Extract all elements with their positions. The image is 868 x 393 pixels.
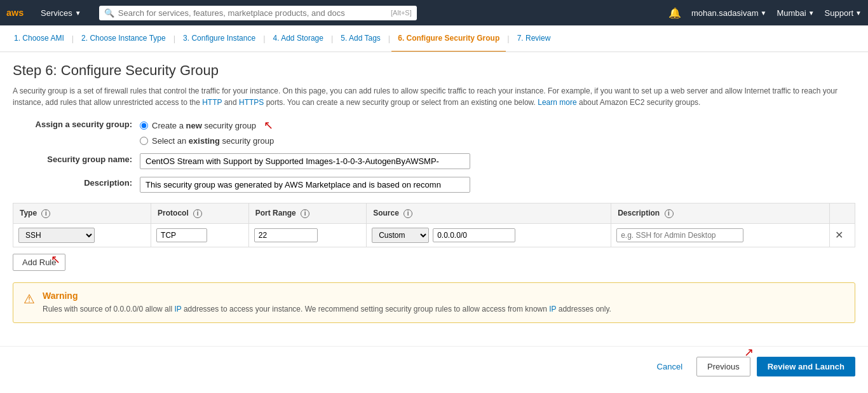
rule-source-cell: Custom Anywhere My IP (367, 224, 611, 247)
search-shortcut: [Alt+S] (391, 9, 412, 17)
services-chevron-icon: ▼ (75, 10, 81, 17)
search-input[interactable] (118, 8, 387, 18)
support-label: Support (825, 8, 854, 18)
col-protocol-label: Protocol (158, 209, 189, 217)
services-menu[interactable]: Services ▼ (36, 6, 86, 20)
aws-logo: aws (6, 5, 29, 20)
https-link[interactable]: HTTPS (239, 98, 264, 107)
region-menu[interactable]: Mumbai ▼ (776, 8, 814, 18)
warning-box: ⚠ Warning Rules with source of 0.0.0.0/0… (13, 282, 855, 323)
warning-ip-link-2[interactable]: IP (549, 305, 556, 314)
step-review[interactable]: 7. Review (511, 25, 557, 52)
source-info-icon[interactable]: i (403, 209, 412, 218)
sg-description-input[interactable] (140, 177, 470, 193)
top-navigation: aws Services ▼ 🔍 [Alt+S] 🔔 mohan.sadasiv… (0, 0, 868, 25)
col-description: Description i (611, 203, 830, 224)
step-instance-type[interactable]: 2. Choose Instance Type (75, 25, 172, 52)
sg-description-label: Description: (13, 177, 140, 188)
arrow-annotation-new: ↖ (264, 118, 273, 132)
col-type-label: Type (20, 209, 37, 217)
rule-type-cell: SSH HTTP HTTPS Custom TCP Custom UDP All… (13, 223, 151, 247)
sg-name-input[interactable] (140, 153, 470, 169)
username: mohan.sadasivam (691, 8, 759, 18)
main-content: Step 6: Configure Security Group A secur… (0, 52, 868, 333)
separator-3: | (262, 34, 266, 43)
step-choose-ami[interactable]: 1. Choose AMI (8, 25, 71, 52)
rule-delete-button[interactable]: ✕ (835, 229, 843, 241)
assign-sg-label: Assign a security group: (13, 118, 140, 129)
add-rule-container: Add Rule ↖ (13, 247, 65, 271)
sg-name-label: Security group name: (13, 153, 140, 164)
step-add-tags[interactable]: 5. Add Tags (334, 25, 387, 52)
user-chevron-icon: ▼ (760, 10, 766, 17)
radio-select-existing[interactable]: Select an existing security group (140, 136, 274, 146)
add-rule-button[interactable]: Add Rule (13, 254, 65, 271)
review-launch-container: Review and Launch ↗ (757, 357, 855, 376)
col-port-range: Port Range i (248, 203, 366, 224)
previous-button[interactable]: Previous (696, 357, 750, 376)
radio-create-new[interactable]: Create a new security group ↖ (140, 118, 274, 132)
col-delete (830, 203, 855, 224)
warning-content: Warning Rules with source of 0.0.0.0/0 a… (43, 291, 611, 315)
step-configure-instance[interactable]: 3. Configure Instance (177, 25, 262, 52)
col-source: Source i (367, 203, 611, 224)
rule-source-dropdown[interactable]: Custom Anywhere My IP (372, 228, 429, 243)
table-row: SSH HTTP HTTPS Custom TCP Custom UDP All… (13, 223, 855, 247)
rules-table: Type i Protocol i Port Range i Source i (13, 203, 855, 247)
rule-delete-cell: ✕ (830, 223, 855, 247)
http-link[interactable]: HTTP (202, 98, 222, 107)
learn-more-link[interactable]: Learn more (538, 98, 576, 107)
support-chevron-icon: ▼ (855, 10, 862, 17)
page-description: A security group is a set of firewall ru… (13, 85, 839, 108)
rules-section: Type i Protocol i Port Range i Source i (13, 203, 855, 247)
warning-ip-link-1[interactable]: IP (174, 305, 181, 314)
type-info-icon[interactable]: i (41, 209, 50, 218)
cancel-button[interactable]: Cancel (649, 358, 690, 375)
rule-port-range-input[interactable] (254, 228, 318, 242)
region-label: Mumbai (776, 8, 806, 18)
support-menu[interactable]: Support ▼ (825, 8, 862, 18)
col-source-label: Source (373, 209, 399, 217)
rule-protocol-input[interactable] (156, 228, 207, 242)
description-info-icon[interactable]: i (665, 209, 674, 218)
search-bar[interactable]: 🔍 [Alt+S] (99, 6, 417, 20)
rule-type-select[interactable]: SSH HTTP HTTPS Custom TCP Custom UDP All… (18, 228, 95, 243)
radio-new-text: Create a new security group (152, 121, 256, 130)
radio-existing-input[interactable] (140, 137, 148, 145)
region-chevron-icon: ▼ (808, 10, 815, 17)
separator-4: | (330, 34, 334, 43)
col-description-label: Description (618, 209, 660, 217)
notifications-bell-icon[interactable]: 🔔 (668, 7, 681, 19)
footer: Cancel Previous Review and Launch ↗ (0, 346, 868, 387)
rule-description-input[interactable] (616, 228, 743, 242)
port-range-info-icon[interactable]: i (301, 209, 309, 218)
user-menu[interactable]: mohan.sadasivam ▼ (691, 8, 766, 18)
svg-text:aws: aws (6, 8, 24, 18)
review-and-launch-button[interactable]: Review and Launch (757, 357, 855, 376)
page-title: Step 6: Configure Security Group (13, 62, 855, 79)
rule-source-cidr-input[interactable] (433, 228, 515, 242)
radio-create-new-input[interactable] (140, 121, 148, 130)
separator-1: | (71, 34, 75, 43)
rule-description-cell (611, 223, 830, 247)
nav-right: 🔔 mohan.sadasivam ▼ Mumbai ▼ Support ▼ (668, 7, 862, 19)
services-label: Services (41, 8, 72, 18)
separator-2: | (172, 34, 177, 43)
sg-radio-group: Create a new security group ↖ Select an … (140, 118, 274, 146)
radio-existing-text: Select an existing security group (152, 136, 274, 146)
step-security-group[interactable]: 6. Configure Security Group (391, 25, 506, 52)
warning-description: Rules with source of 0.0.0.0/0 allow all… (43, 303, 611, 315)
assign-security-group-row: Assign a security group: Create a new se… (13, 118, 855, 146)
col-port-range-label: Port Range (255, 209, 296, 217)
wizard-steps: 1. Choose AMI | 2. Choose Instance Type … (0, 25, 868, 52)
warning-title: Warning (43, 291, 611, 301)
col-protocol: Protocol i (151, 203, 249, 224)
sg-name-row: Security group name: (13, 153, 855, 169)
protocol-info-icon[interactable]: i (193, 209, 202, 218)
col-type: Type i (13, 203, 151, 224)
warning-triangle-icon: ⚠ (24, 291, 35, 307)
separator-5: | (387, 34, 391, 43)
search-icon: 🔍 (104, 8, 114, 18)
step-add-storage[interactable]: 4. Add Storage (267, 25, 330, 52)
separator-6: | (506, 34, 510, 43)
